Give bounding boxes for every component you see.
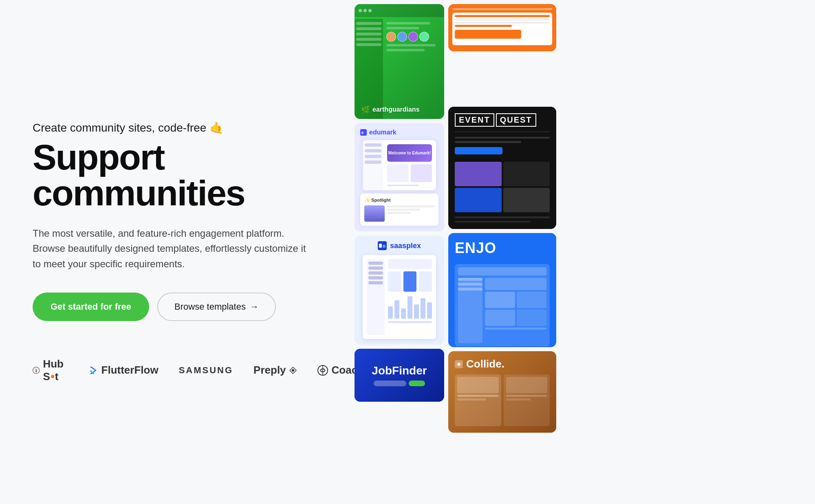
saasplex-sidebar — [367, 259, 385, 335]
eventquest-image-grid — [455, 162, 550, 212]
hero-description: The most versatile, and feature-rich eng… — [33, 226, 310, 271]
enjo-content — [458, 278, 546, 343]
svg-rect-11 — [379, 244, 382, 248]
edumark-screen: Welcome to Edumark! — [363, 140, 436, 190]
logos-row: HubSt FlutterFlow SAMSUNG Preply — [33, 358, 318, 383]
avatars-row — [386, 32, 441, 42]
coachhub-icon — [317, 365, 328, 376]
edumark-hero: Welcome to Edumark! — [387, 144, 432, 162]
edumark-sidebar — [363, 140, 383, 190]
jobfinder-title: JobFinder — [372, 364, 427, 377]
saasplex-logo: saasplex — [378, 241, 421, 250]
hero-subtitle: Create community sites, code-free 🤙 — [33, 121, 318, 134]
template-card-earthguardians[interactable]: 🌿 earthguardians — [355, 4, 444, 119]
enjo-interface — [455, 264, 550, 346]
eventquest-logo: EVENT QUEST — [455, 113, 536, 127]
card-header-bar — [355, 4, 444, 17]
template-card-eventquest[interactable]: EVENT QUEST — [448, 107, 556, 229]
edumark-main: Welcome to Edumark! — [383, 140, 436, 190]
enjo-title: ENJO — [455, 240, 496, 257]
collide-logo-area: Collide. — [455, 358, 504, 370]
card-sidebar — [355, 19, 383, 119]
flutterflow-icon — [88, 365, 98, 376]
card-content-area — [355, 19, 444, 119]
edumark-cards — [387, 164, 432, 182]
template-card-enjo[interactable]: ENJO — [448, 233, 556, 347]
logo-flutterflow: FlutterFlow — [88, 364, 159, 376]
collide-icon — [455, 360, 463, 368]
preply-icon — [289, 367, 297, 374]
card-logo-area: 🌿 earthguardians — [361, 105, 420, 114]
collide-content — [455, 374, 550, 426]
page-wrapper: Create community sites, code-free 🤙 Supp… — [0, 0, 815, 504]
cta-buttons: Get started for free Browse templates → — [33, 293, 318, 321]
enjo-nav-bar — [458, 267, 546, 275]
logo-samsung: SAMSUNG — [179, 365, 233, 376]
orange-screen — [452, 13, 552, 45]
spotlight-card: ✨ Spotlight — [360, 194, 438, 226]
browse-templates-button[interactable]: Browse templates → — [157, 293, 276, 321]
right-section: 🌿 earthguardians e edumark — [350, 0, 815, 504]
jobfinder-search — [374, 381, 425, 386]
enjo-sidebar — [458, 278, 482, 343]
hubspot-icon — [33, 365, 40, 376]
saasplex-content — [388, 259, 432, 335]
collide-name: Collide. — [466, 358, 504, 370]
svg-point-1 — [35, 369, 37, 370]
saasplex-screen — [363, 255, 436, 339]
card-brand-name: earthguardians — [372, 106, 420, 113]
arrow-icon: → — [250, 302, 259, 312]
left-template-column: 🌿 earthguardians e edumark — [355, 4, 444, 500]
template-card-jobfinder[interactable]: JobFinder — [355, 349, 444, 402]
svg-text:e: e — [361, 130, 364, 135]
left-section: Create community sites, code-free 🤙 Supp… — [0, 0, 350, 504]
right-template-column: EVENT QUEST — [448, 4, 556, 500]
template-card-edumark[interactable]: e edumark Welcome to Edumark! — [355, 123, 444, 231]
logo-hubspot: HubSt — [33, 358, 67, 383]
hero-title: Support communities — [33, 139, 318, 211]
template-card-saasplex[interactable]: saasplex — [355, 235, 444, 345]
svg-rect-12 — [383, 245, 385, 248]
edumark-logo: e edumark — [360, 129, 396, 136]
get-started-button[interactable]: Get started for free — [33, 293, 149, 321]
card-main — [383, 19, 444, 119]
enjo-main-content — [485, 278, 546, 343]
logo-preply: Preply — [253, 364, 297, 376]
template-card-orange[interactable] — [448, 4, 556, 51]
template-card-collide[interactable]: Collide. — [448, 351, 556, 433]
